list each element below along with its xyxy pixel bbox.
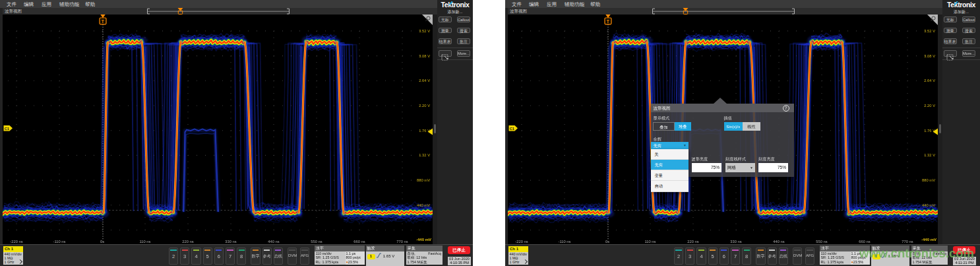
svg-text:660 ns: 660 ns (859, 240, 871, 244)
svg-text:0s: 0s (100, 240, 104, 244)
svg-text:550 ns: 550 ns (816, 240, 828, 244)
svg-text:110 ns: 110 ns (645, 240, 656, 244)
svg-text:330 ns: 330 ns (225, 240, 237, 244)
svg-text:1.76 V: 1.76 V (419, 129, 430, 133)
svg-text:440 ns: 440 ns (268, 240, 280, 244)
svg-text:3.52 V: 3.52 V (924, 29, 935, 33)
svg-text:3.08 V: 3.08 V (419, 54, 430, 58)
svg-text:3.52 V: 3.52 V (419, 29, 430, 33)
svg-text:0s: 0s (605, 240, 609, 244)
svg-text:-110 ns: -110 ns (559, 240, 571, 244)
svg-text:2.64 V: 2.64 V (419, 79, 430, 83)
svg-text:-440 mV: -440 mV (921, 238, 936, 242)
svg-text:T: T (102, 19, 105, 24)
svg-text:660 ns: 660 ns (353, 240, 365, 244)
svg-text:440 mV: 440 mV (922, 203, 935, 207)
svg-text:-440 mV: -440 mV (416, 238, 431, 242)
svg-text:C1: C1 (510, 127, 514, 131)
svg-text:T: T (607, 19, 610, 24)
svg-text:3.08 V: 3.08 V (924, 54, 935, 58)
svg-text:1.32 V: 1.32 V (924, 153, 935, 157)
svg-text:220 ns: 220 ns (687, 240, 699, 244)
svg-text:770 ns: 770 ns (902, 240, 913, 244)
svg-text:-110 ns: -110 ns (53, 240, 66, 244)
svg-text:330 ns: 330 ns (730, 240, 742, 244)
svg-text:550 ns: 550 ns (311, 240, 322, 244)
svg-text:-220 ns: -220 ns (515, 240, 528, 244)
svg-text:880 mV: 880 mV (417, 178, 430, 182)
svg-text:110 ns: 110 ns (140, 240, 151, 244)
svg-text:1.76 V: 1.76 V (924, 129, 935, 133)
svg-text:2.20 V: 2.20 V (924, 104, 935, 108)
svg-text:-220 ns: -220 ns (10, 240, 22, 244)
svg-text:2.20 V: 2.20 V (419, 104, 430, 108)
svg-text:880 mV: 880 mV (922, 178, 935, 182)
svg-text:1.32 V: 1.32 V (419, 153, 430, 157)
svg-text:440 ns: 440 ns (773, 240, 785, 244)
svg-text:770 ns: 770 ns (396, 240, 408, 244)
svg-text:C1: C1 (5, 127, 9, 131)
svg-text:2.64 V: 2.64 V (924, 79, 935, 83)
svg-text:440 mV: 440 mV (417, 203, 430, 207)
svg-text:220 ns: 220 ns (182, 240, 194, 244)
